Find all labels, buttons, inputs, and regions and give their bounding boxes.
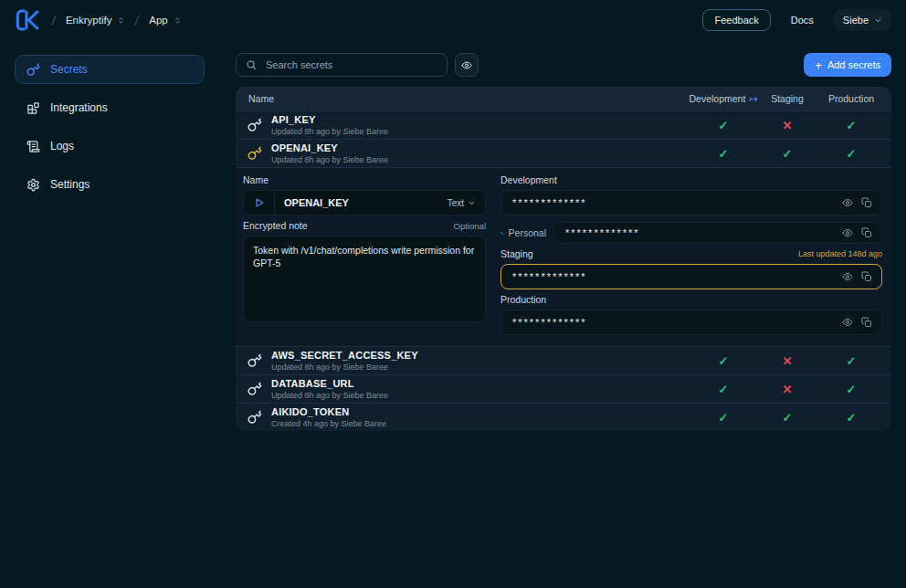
copy-development-button[interactable] xyxy=(861,197,872,208)
chevron-down-icon xyxy=(468,199,476,207)
reveal-development-button[interactable] xyxy=(842,197,853,208)
blocks-icon xyxy=(26,101,40,115)
status-staging: ✕ xyxy=(755,354,819,368)
secret-name: OPENAI_KEY xyxy=(271,142,388,154)
status-development: ✓ xyxy=(691,383,755,396)
production-field-label: Production xyxy=(500,294,546,305)
status-development: ✓ xyxy=(691,354,755,368)
reveal-production-button[interactable] xyxy=(842,317,853,328)
column-header-staging[interactable]: Staging xyxy=(755,93,819,104)
secret-type-button[interactable] xyxy=(244,191,275,215)
copy-icon xyxy=(861,317,872,328)
reveal-all-button[interactable] xyxy=(455,53,479,77)
personal-secret-input[interactable] xyxy=(564,226,834,239)
breadcrumb-workspace-select[interactable]: App xyxy=(149,15,181,26)
secret-name-input[interactable] xyxy=(275,197,448,208)
status-production: ✓ xyxy=(819,147,883,161)
key-icon xyxy=(248,118,262,132)
key-icon xyxy=(248,353,262,368)
status-production: ✓ xyxy=(819,119,883,132)
status-development: ✓ xyxy=(691,119,755,132)
staging-secret-input[interactable] xyxy=(511,270,834,283)
reveal-personal-button[interactable] xyxy=(842,227,853,238)
development-field-label: Development xyxy=(500,174,557,185)
select-chevrons-icon xyxy=(117,16,125,26)
gear-icon xyxy=(26,178,40,192)
secret-name: AWS_SECRET_ACCESS_KEY xyxy=(271,350,418,362)
staging-secret-field xyxy=(500,264,882,289)
table-row[interactable]: AWS_SECRET_ACCESS_KEY Updated 8h ago by … xyxy=(236,346,891,374)
production-secret-field xyxy=(500,310,882,335)
enkryptify-logo[interactable] xyxy=(15,8,42,32)
sidebar-item-secrets[interactable]: Secrets xyxy=(15,55,205,84)
search-input[interactable] xyxy=(264,58,437,71)
table-row[interactable]: DATABASE_URL Updated 8h ago by Siebe Bar… xyxy=(236,374,891,403)
plus-icon: + xyxy=(815,59,822,71)
status-staging: ✕ xyxy=(755,119,819,132)
docs-button[interactable]: Docs xyxy=(785,14,819,26)
copy-staging-button[interactable] xyxy=(861,271,872,282)
secret-name-cell: DATABASE_URL Updated 8h ago by Siebe Bar… xyxy=(236,378,691,401)
personal-secret-field xyxy=(553,222,882,244)
toolbar: + Add secrets xyxy=(236,53,891,77)
copy-personal-button[interactable] xyxy=(861,227,872,238)
breadcrumb-project-select[interactable]: Enkryptify xyxy=(66,15,126,26)
production-secret-input[interactable] xyxy=(511,316,834,329)
main-content: + Add secrets Name Development ↦ Staging… xyxy=(236,53,891,431)
name-field-label: Name xyxy=(243,174,269,185)
table-row[interactable]: OPENAI_KEY Updated 8h ago by Siebe Baree… xyxy=(236,139,891,167)
feedback-button[interactable]: Feedback xyxy=(702,9,770,31)
secret-name-cell: OPENAI_KEY Updated 8h ago by Siebe Baree xyxy=(236,142,691,165)
sidebar-item-label: Integrations xyxy=(50,101,108,114)
eye-icon xyxy=(842,317,853,328)
status-production: ✓ xyxy=(819,383,883,396)
value-type-select[interactable]: Text xyxy=(448,198,485,208)
add-secrets-label: Add secrets xyxy=(827,59,880,70)
secret-name-cell: AWS_SECRET_ACCESS_KEY Updated 8h ago by … xyxy=(236,350,691,373)
secrets-table: Name Development ↦ Staging Production AP… xyxy=(236,87,891,431)
secret-name-cell: API_KEY Updated 8h ago by Siebe Baree xyxy=(236,114,691,137)
eye-icon xyxy=(842,197,853,208)
secret-editor: Name Text Encrypted note Optional xyxy=(236,167,891,346)
copy-icon xyxy=(861,227,872,238)
topbar-right: Feedback Docs Siebe xyxy=(702,9,891,31)
sidebar-item-label: Settings xyxy=(50,178,90,191)
search-box[interactable] xyxy=(236,53,448,77)
select-chevrons-icon xyxy=(174,16,182,26)
status-production: ✓ xyxy=(819,354,883,368)
secret-name: API_KEY xyxy=(271,114,388,126)
table-row[interactable]: API_KEY Updated 8h ago by Siebe Baree ✓ … xyxy=(236,110,891,139)
secret-name: DATABASE_URL xyxy=(271,378,388,390)
editor-left-column: Name Text Encrypted note Optional xyxy=(243,170,486,335)
play-triangle-icon xyxy=(254,197,265,208)
user-menu-button[interactable]: Siebe xyxy=(834,9,891,31)
user-name: Siebe xyxy=(843,15,869,26)
copy-icon xyxy=(861,197,872,208)
secret-name-cell: AIKIDO_TOKEN Created 4h ago by Siebe Bar… xyxy=(236,406,691,429)
column-header-production[interactable]: Production xyxy=(819,93,883,104)
copy-production-button[interactable] xyxy=(861,317,872,328)
staging-last-updated-badge: Last updated 148d ago xyxy=(798,249,882,258)
sidebar-item-integrations[interactable]: Integrations xyxy=(15,93,205,122)
sidebar: Secrets Integrations Logs Settings xyxy=(0,40,219,588)
development-secret-input[interactable] xyxy=(511,196,834,209)
note-field-label: Encrypted note xyxy=(243,220,308,231)
editor-right-column: Development Personal xyxy=(500,170,882,335)
encrypted-note-input[interactable]: Token with /v1/chat/completions write pe… xyxy=(243,236,486,322)
table-header: Name Development ↦ Staging Production xyxy=(236,87,891,110)
key-icon xyxy=(248,146,262,161)
topbar-left: / Enkryptify / App xyxy=(15,8,182,32)
note-optional-label: Optional xyxy=(454,221,486,231)
table-row[interactable]: AIKIDO_TOKEN Created 4h ago by Siebe Bar… xyxy=(236,403,891,431)
secret-name: AIKIDO_TOKEN xyxy=(271,406,386,418)
search-icon xyxy=(246,59,257,70)
sidebar-item-label: Secrets xyxy=(50,63,88,76)
sidebar-item-settings[interactable]: Settings xyxy=(15,170,205,199)
add-secrets-button[interactable]: + Add secrets xyxy=(804,53,891,77)
breadcrumb-separator: / xyxy=(134,13,140,27)
column-header-development[interactable]: Development ↦ xyxy=(691,93,755,105)
key-icon xyxy=(248,382,262,396)
reveal-staging-button[interactable] xyxy=(842,271,853,282)
sidebar-item-logs[interactable]: Logs xyxy=(15,131,205,161)
eye-icon xyxy=(461,59,472,71)
